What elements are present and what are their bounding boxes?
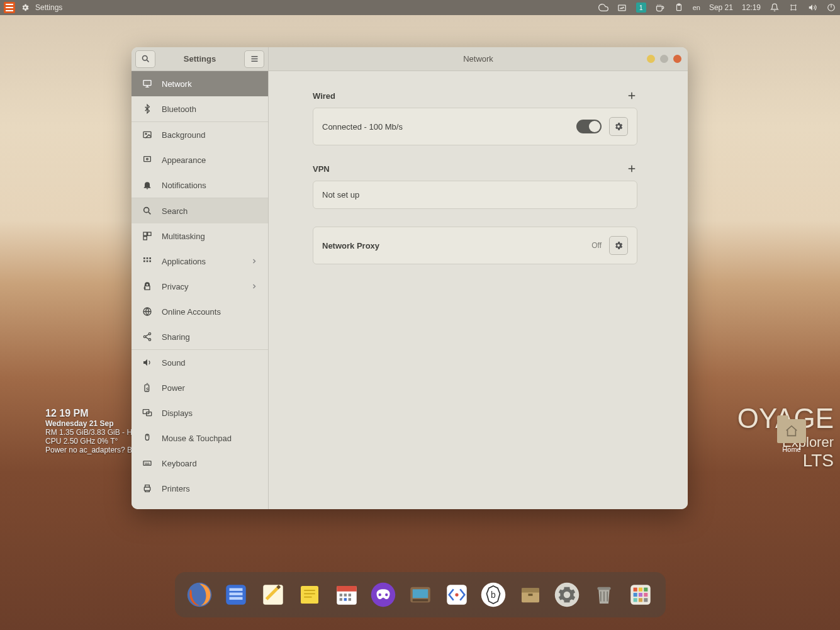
svg-point-51	[385, 593, 388, 596]
svg-point-11	[145, 133, 147, 135]
svg-rect-0	[619, 5, 625, 11]
gear-icon[interactable]	[20, 3, 30, 13]
window-minimize-button[interactable]	[647, 55, 655, 63]
svg-rect-21	[143, 261, 145, 262]
dock-notes[interactable]	[294, 578, 325, 611]
sidebar-item-sharing[interactable]: Sharing	[132, 324, 268, 349]
svg-rect-68	[634, 593, 637, 597]
sidebar-item-background[interactable]: Background	[132, 122, 268, 147]
printer-icon	[142, 483, 153, 493]
sidebar-item-label: Keyboard	[162, 459, 197, 468]
sidebar-item-keyboard[interactable]: Keyboard	[132, 451, 268, 476]
svg-rect-67	[644, 588, 648, 592]
topbar-app-label[interactable]: Settings	[35, 3, 62, 12]
sidebar-item-multitasking[interactable]: Multitasking	[132, 223, 268, 249]
dock-firefox[interactable]	[183, 578, 215, 611]
keyboard-layout-indicator[interactable]: en	[693, 4, 700, 11]
volume-icon[interactable]	[807, 3, 817, 13]
proxy-settings-button[interactable]	[609, 236, 628, 255]
sidebar-item-applications[interactable]: Applications	[132, 249, 268, 274]
svg-rect-53	[412, 589, 428, 598]
svg-point-13	[147, 158, 148, 160]
dock-apps-grid[interactable]	[625, 578, 656, 611]
sidebar-item-online-accounts[interactable]: Online Accounts	[132, 299, 268, 324]
dock-software[interactable]	[441, 578, 473, 611]
sidebar-item-sound[interactable]: Sound	[132, 350, 268, 375]
dock-brave[interactable]: b	[478, 578, 509, 611]
sidebar-item-search[interactable]: Search	[132, 198, 268, 223]
bluetooth-icon	[142, 104, 153, 114]
dock-calendar[interactable]	[330, 578, 362, 611]
workspace-indicator[interactable]: 1	[636, 3, 646, 13]
network-status-icon[interactable]	[788, 3, 798, 13]
sidebar-item-network[interactable]: Network	[132, 71, 268, 96]
sidebar-item-label: Online Accounts	[162, 307, 221, 317]
window-close-button[interactable]	[673, 55, 681, 63]
wired-settings-button[interactable]	[609, 117, 628, 136]
add-wired-button[interactable]	[626, 90, 637, 101]
sidebar-item-label: Power	[162, 383, 185, 393]
displays-icon	[142, 408, 153, 418]
sidebar-search-button[interactable]	[135, 50, 155, 68]
sidebar-title: Settings	[159, 54, 240, 64]
launcher-icon[interactable]	[4, 2, 15, 13]
svg-rect-66	[639, 588, 642, 592]
power-icon[interactable]	[826, 3, 836, 13]
proxy-label: Network Proxy	[322, 241, 584, 250]
clipboard-icon[interactable]	[674, 3, 684, 13]
bell-icon	[142, 180, 153, 190]
dock-files[interactable]	[220, 578, 252, 611]
sidebar-item-power[interactable]: Power	[132, 375, 268, 400]
sidebar-item-notifications[interactable]: Notifications	[132, 172, 268, 198]
svg-rect-17	[143, 237, 147, 240]
caffeine-icon[interactable]	[655, 3, 665, 13]
dock-video[interactable]	[404, 578, 435, 611]
vpn-status-label: Not set up	[322, 190, 628, 200]
dock-trash[interactable]	[588, 578, 620, 611]
topbar-date[interactable]: Sep 21	[709, 3, 733, 12]
sidebar-item-mouse-touchpad[interactable]: Mouse & Touchpad	[132, 425, 268, 451]
settings-window: Settings Network NetworkBluetoothBackgro…	[132, 47, 688, 509]
apps-icon	[142, 256, 153, 266]
svg-rect-42	[337, 586, 357, 592]
desktop-home-folder[interactable]: Home	[777, 419, 806, 453]
topbar-time[interactable]: 12:19	[742, 3, 761, 12]
sidebar-item-label: Search	[162, 206, 188, 216]
svg-rect-60	[522, 588, 539, 593]
window-maximize-button[interactable]	[660, 55, 668, 63]
sidebar-item-label: Applications	[162, 257, 206, 266]
screenshot-icon[interactable]	[617, 3, 627, 13]
sidebar-item-label: Background	[162, 130, 205, 140]
sidebar-item-label: Bluetooth	[162, 104, 196, 114]
sidebar-item-appearance[interactable]: Appearance	[132, 147, 268, 172]
svg-point-4	[795, 4, 796, 6]
svg-point-62	[555, 583, 580, 607]
dock-text-editor[interactable]	[257, 578, 288, 611]
notification-bell-icon[interactable]	[770, 3, 780, 13]
wired-connection-card: Connected - 100 Mb/s	[313, 108, 637, 145]
sidebar-item-label: Sharing	[162, 332, 190, 342]
sidebar-item-label: Mouse & Touchpad	[162, 434, 232, 443]
sidebar-item-bluetooth[interactable]: Bluetooth	[132, 96, 268, 121]
sidebar-item-label: Multitasking	[162, 232, 205, 241]
svg-point-56	[455, 593, 458, 596]
dock-settings[interactable]	[551, 578, 583, 611]
hamburger-menu-button[interactable]	[244, 50, 264, 68]
sidebar-item-displays[interactable]: Displays	[132, 400, 268, 425]
multitask-icon	[142, 231, 153, 241]
svg-rect-19	[147, 257, 148, 259]
wired-status-label: Connected - 100 Mb/s	[322, 122, 569, 132]
dock-archive[interactable]	[515, 578, 546, 611]
svg-rect-54	[412, 599, 428, 602]
power-icon	[142, 383, 153, 393]
sidebar-item-privacy[interactable]: Privacy	[132, 274, 268, 299]
mouse-icon	[142, 433, 153, 443]
wired-toggle[interactable]	[576, 120, 602, 133]
sidebar-item-printers[interactable]: Printers	[132, 476, 268, 501]
sidebar-item-label: Network	[162, 79, 192, 89]
sidebar-item-label: Notifications	[162, 181, 206, 190]
dock-browser-private[interactable]	[367, 578, 399, 611]
add-vpn-button[interactable]	[626, 163, 637, 174]
weather-icon[interactable]	[598, 3, 608, 13]
settings-content: Wired Connected - 100 Mb/s VPN	[269, 71, 688, 509]
